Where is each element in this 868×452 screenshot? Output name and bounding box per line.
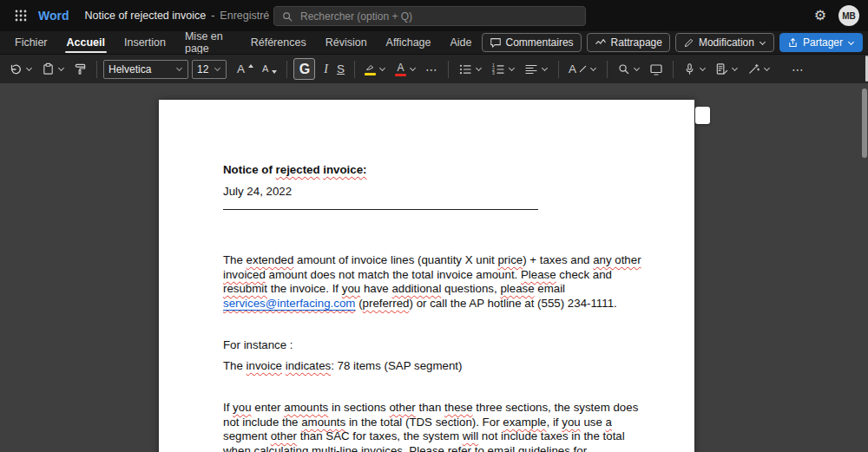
search-icon [617,62,630,75]
document-canvas: Notice of rejected invoice:July 24, 2022… [0,83,868,452]
search-input[interactable] [299,10,578,23]
divider [354,61,355,78]
document-title-group[interactable]: Notice of rejected invoice - Enregistré [85,10,283,22]
tab-revision[interactable]: Révision [316,31,377,54]
share-button[interactable]: Partager [779,33,863,52]
text-run: example [503,416,546,429]
text-run: the invoice. If [267,282,342,295]
text-run: invoice: [323,163,366,176]
tab-fichier[interactable]: Fichier [5,31,57,54]
search-box[interactable] [273,6,586,26]
email-link[interactable]: services@interfacing.com [223,297,355,310]
tab-mise-en-page[interactable]: Mise en page [175,31,241,54]
ribbon-tabs: Fichier Accueil Insertion Mise en page R… [5,31,482,54]
document-page[interactable]: Notice of rejected invoice:July 24, 2022… [159,100,694,452]
text-run: services@interfacing.com [223,297,355,310]
text-run: you [562,416,580,429]
tab-aide[interactable]: Aide [441,31,482,54]
italic-button[interactable]: I [320,58,332,81]
chevron-down-icon [508,65,516,73]
text-run: indicates [286,359,331,372]
text-run: any other [593,253,641,266]
text-run: enter [252,401,285,414]
font-size-select[interactable]: 12 [192,60,227,79]
highlight-button[interactable] [361,58,390,81]
settings-gear-icon[interactable]: ⚙ [814,9,826,23]
shrink-font-button[interactable]: A [259,58,280,81]
caret-down-icon [272,70,277,74]
svg-text:3: 3 [492,69,495,75]
catchup-icon [595,36,607,49]
ellipsis-icon: ⋯ [425,62,438,76]
margin-comment-card[interactable] [695,107,710,124]
editor-icon [715,62,728,75]
grow-font-button[interactable]: A [233,58,257,81]
text-run: please [500,282,534,295]
divider [558,61,559,78]
undo-button[interactable] [5,58,36,81]
paragraph: The invoice indicates: 78 items (SAP seg… [223,359,647,374]
comments-button[interactable]: Commentaires [482,33,582,52]
toolbar-more-button[interactable]: ⋯ [788,58,808,81]
text-run: If [223,401,233,414]
chevron-down-icon [57,65,65,73]
bullets-button[interactable] [455,58,486,81]
style-pen-icon [579,65,587,73]
text-run: in the total (TDS section). For [345,416,503,429]
text-run: amounts [301,416,345,429]
paragraph: For instance : [223,338,647,353]
share-icon [787,37,799,49]
tab-accueil[interactable]: Accueil [57,31,115,54]
numbering-button[interactable]: 1 2 3 [488,58,519,81]
tab-references[interactable]: Références [241,31,316,54]
tab-affichage[interactable]: Affichage [377,31,441,54]
font-color-button[interactable]: A [391,58,420,81]
divider [673,61,674,78]
text-run: July 24, 2022 [223,185,292,198]
chevron-down-icon [25,65,33,73]
autoformat-button[interactable] [744,58,774,81]
dictate-button[interactable] [680,58,710,81]
reader-button[interactable] [646,58,667,81]
chevron-down-icon [378,65,386,73]
divider [607,61,608,78]
app-brand[interactable]: Word [38,9,69,23]
text-run: a [606,416,612,429]
styles-button[interactable]: A [565,58,601,81]
text-run: amount of invoice lines (quantity X unit [293,253,497,266]
app-launcher-icon[interactable] [9,3,33,28]
chevron-down-icon [847,39,855,47]
text-run: segment [223,429,271,442]
caret-up-icon [248,64,253,68]
text-run: ) + taxes and [523,253,593,266]
paste-button[interactable] [38,58,69,81]
alignment-button[interactable] [521,58,552,81]
text-run: questions, [441,282,500,295]
saved-status[interactable]: Enregistré [220,10,269,22]
tab-insertion[interactable]: Insertion [115,31,175,54]
highlighter-icon [365,62,376,75]
text-run: amount does not match the total invoice … [266,268,521,281]
find-button[interactable] [614,58,644,81]
search-icon [281,10,293,23]
format-painter-button[interactable] [70,58,90,81]
vertical-scrollbar[interactable] [862,88,867,158]
catchup-button[interactable]: Rattrapage [587,33,670,52]
editor-button[interactable] [712,58,742,81]
text-run: than SAC for taxes, the system [297,429,463,442]
text-run: ( [355,297,362,310]
avatar[interactable]: MB [838,5,859,26]
underline-button[interactable]: S [333,58,348,81]
pencil-icon [683,37,694,49]
editing-mode-button[interactable]: Modification [675,33,774,52]
text-run: Notice of [223,163,276,176]
more-formatting-button[interactable]: ⋯ [422,58,442,81]
bold-button[interactable]: G [293,58,315,80]
chevron-down-icon [699,65,707,73]
text-run: have [360,282,391,295]
horizontal-rule [223,209,538,210]
font-name-select[interactable]: Helvetica [103,60,188,79]
document-title[interactable]: Notice of rejected invoice [85,10,207,22]
title-separator: - [211,10,214,22]
ribbon-actions: Commentaires Rattrapage Modification Par… [482,33,863,52]
